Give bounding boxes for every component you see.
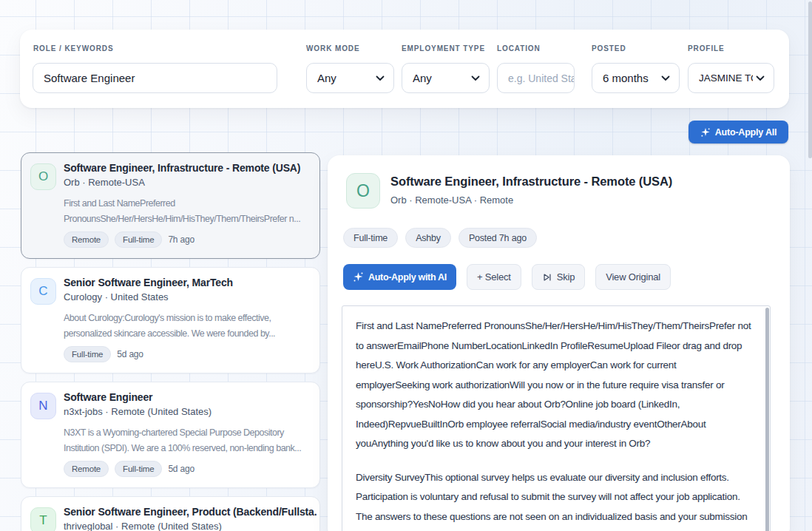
detail-badge: Ashby	[405, 228, 451, 248]
auto-apply-with-ai-button[interactable]: Auto-Apply with AI	[343, 264, 456, 290]
detail-job-title: Software Engineer, Infrastructure - Remo…	[390, 175, 775, 189]
work-mode-label: WORK MODE	[306, 44, 360, 53]
job-title: Software Engineer, Infrastructure - Remo…	[64, 162, 317, 174]
job-list-item[interactable]: C Senior Software Engineer, MarTech Curo…	[21, 267, 320, 373]
company-avatar: C	[30, 278, 56, 305]
filter-bar: ROLE / KEYWORDS Software Engineer WORK M…	[20, 30, 789, 108]
job-list-item[interactable]: T Senior Software Engineer, Product (Bac…	[21, 496, 320, 531]
job-list-item[interactable]: O Software Engineer, Infrastructure - Re…	[21, 152, 320, 259]
job-description-snippet: About Curology:Curology's mission is to …	[64, 311, 315, 342]
company-avatar: N	[30, 393, 56, 419]
tag-badge: Remote	[64, 461, 109, 477]
job-detail-panel: O Software Engineer, Infrastructure - Re…	[328, 155, 790, 531]
role-keywords-input[interactable]: Software Engineer	[33, 63, 277, 93]
job-title: Software Engineer	[64, 391, 317, 403]
job-title: Senior Software Engineer, MarTech	[64, 277, 317, 288]
sparkle-icon	[700, 127, 711, 138]
tag-badge: Full-time	[64, 346, 111, 362]
job-company: Curology · United States	[64, 291, 312, 302]
detail-job-subtitle: Orb · Remote-USA · Remote	[390, 195, 513, 206]
company-avatar: T	[30, 507, 56, 531]
posted-time: 7h ago	[168, 234, 194, 245]
chevron-down-icon	[756, 75, 765, 81]
view-original-button[interactable]: View Original	[595, 264, 671, 290]
posted-label: POSTED	[592, 44, 626, 53]
tag-badge: Remote	[64, 231, 109, 248]
tag-badge: Full-time	[115, 461, 162, 477]
role-keywords-label: ROLE / KEYWORDS	[33, 44, 114, 53]
company-avatar: O	[30, 163, 56, 190]
chevron-down-icon	[376, 75, 385, 81]
auto-apply-all-button[interactable]: Auto-Apply All	[688, 121, 788, 143]
job-company: n3xt-jobs · Remote (United States)	[64, 406, 312, 417]
posted-time: 5d ago	[168, 464, 194, 474]
select-button[interactable]: + Select	[467, 264, 521, 290]
posted-time: 5d ago	[117, 349, 143, 359]
tag-badge: Full-time	[115, 231, 162, 248]
profile-select[interactable]: JASMINE TO	[688, 63, 774, 93]
description-scrollbar[interactable]	[765, 308, 769, 531]
employment-type-label: EMPLOYMENT TYPE	[402, 44, 485, 53]
detail-badge: Posted 7h ago	[459, 228, 537, 248]
posted-select[interactable]: 6 months	[592, 63, 680, 93]
job-company: Orb · Remote-USA	[64, 177, 312, 188]
location-input[interactable]: e.g. United Stat	[497, 63, 575, 93]
sparkle-icon	[353, 271, 364, 283]
work-mode-select[interactable]: Any	[306, 63, 394, 93]
job-description-snippet: First and Last NamePreferred PronounsShe…	[64, 196, 315, 227]
job-company: thriveglobal · Remote (United States)	[64, 521, 312, 531]
location-label: LOCATION	[497, 44, 541, 53]
detail-badge: Full-time	[343, 228, 398, 248]
chevron-down-icon	[471, 75, 480, 81]
chevron-down-icon	[661, 75, 670, 81]
job-description-snippet: N3XT is a Wyoming-chartered Special Purp…	[64, 425, 315, 456]
skip-icon	[542, 272, 552, 283]
page-scrollbar[interactable]	[808, 1, 812, 158]
job-title: Senior Software Engineer, Product (Backe…	[64, 506, 317, 518]
profile-label: PROFILE	[688, 44, 725, 53]
job-list-item[interactable]: N Software Engineer n3xt-jobs · Remote (…	[21, 382, 320, 488]
company-avatar: O	[346, 173, 380, 209]
skip-button[interactable]: Skip	[532, 264, 586, 290]
employment-type-select[interactable]: Any	[402, 63, 490, 93]
job-description-text[interactable]: First and Last NamePreferred PronounsShe…	[342, 305, 771, 531]
